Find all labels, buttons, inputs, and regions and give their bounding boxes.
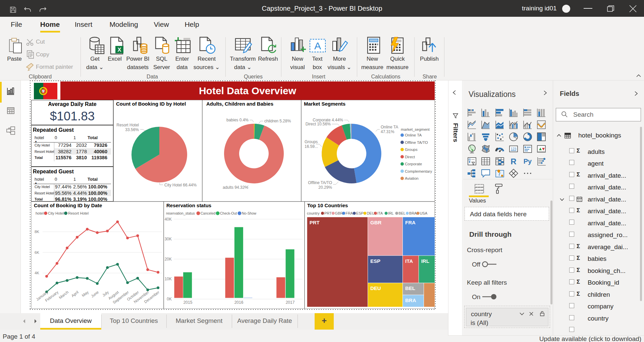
svg-text:GBR: GBR <box>335 211 343 215</box>
svg-text:market_segment: market_segment <box>401 127 430 131</box>
svg-text:30K: 30K <box>165 237 172 241</box>
svg-text:BRA: BRA <box>409 211 417 215</box>
svg-text:babies 0.4%: babies 0.4% <box>226 118 249 122</box>
svg-text:Online TA: Online TA <box>381 125 398 129</box>
svg-text:Canceled: Canceled <box>201 211 216 215</box>
svg-text:No-Show: No-Show <box>242 211 257 215</box>
svg-text:4K: 4K <box>35 271 39 275</box>
svg-text:BRA: BRA <box>405 297 416 303</box>
svg-text:Direct 10.56%: Direct 10.56% <box>306 122 331 126</box>
svg-text:BEL: BEL <box>405 285 415 291</box>
svg-text:47.31%: 47.31% <box>381 129 394 134</box>
svg-text:40K: 40K <box>165 217 172 222</box>
svg-text:Resort Hotel: Resort Hotel <box>68 211 89 215</box>
svg-text:20.29%: 20.29% <box>318 185 332 190</box>
svg-text:children 5.28%: children 5.28% <box>264 119 291 123</box>
svg-text:USA: USA <box>420 211 427 215</box>
svg-text:PRT: PRT <box>324 211 332 215</box>
svg-text:GBR: GBR <box>370 220 382 225</box>
svg-text:DEU: DEU <box>367 211 374 215</box>
svg-text:Direct: Direct <box>405 155 415 159</box>
svg-text:IRL: IRL <box>421 258 429 264</box>
svg-text:FRA: FRA <box>405 220 416 225</box>
svg-text:0K: 0K <box>167 297 172 301</box>
svg-text:FRA: FRA <box>345 211 353 215</box>
svg-text:8K: 8K <box>35 230 39 234</box>
svg-text:Adults, Children and Babies: Adults, Children and Babies <box>206 101 273 107</box>
svg-text:PRT: PRT <box>310 220 320 225</box>
svg-text:hotel: hotel <box>36 211 44 215</box>
svg-text:Complementary: Complementary <box>405 169 432 173</box>
svg-text:Aviation: Aviation <box>405 176 419 180</box>
svg-text:Corporate: Corporate <box>405 162 422 166</box>
svg-text:Count of Booking ID by Date: Count of Booking ID by Date <box>34 203 102 208</box>
svg-text:2017: 2017 <box>286 300 295 305</box>
svg-text:Offline TA/TO: Offline TA/TO <box>308 180 332 185</box>
svg-text:City Hotel 66.44%: City Hotel 66.44% <box>164 183 197 187</box>
svg-text:X: X <box>117 47 121 53</box>
svg-text:Count of Booking ID by Hotel: Count of Booking ID by Hotel <box>116 101 186 107</box>
svg-text:Check-Out: Check-Out <box>220 211 237 215</box>
svg-text:123: 123 <box>511 147 517 151</box>
svg-text:Offline TA/TO: Offline TA/TO <box>405 140 428 145</box>
svg-text:Top 10 Countries: Top 10 Countries <box>307 203 348 208</box>
svg-text:10K: 10K <box>165 277 172 281</box>
svg-text:20K: 20K <box>165 257 172 262</box>
svg-text:ESP: ESP <box>370 258 380 264</box>
svg-text:ESP: ESP <box>356 211 364 215</box>
svg-text:Groups: Groups <box>405 148 418 152</box>
svg-text:BEL: BEL <box>398 211 406 215</box>
svg-text:Reservation status: Reservation status <box>166 203 211 208</box>
svg-text:City Hotel: City Hotel <box>48 211 64 215</box>
svg-text:16.59...: 16.59... <box>305 144 318 149</box>
svg-text:reservation_status: reservation_status <box>166 211 195 215</box>
svg-text:A: A <box>314 40 321 51</box>
svg-text:Py: Py <box>524 158 532 165</box>
svg-text:33.56%: 33.56% <box>125 127 139 132</box>
svg-text:country: country <box>307 211 320 215</box>
svg-text:ITA: ITA <box>405 258 413 264</box>
svg-text:6K: 6K <box>35 250 39 254</box>
svg-text:Online TA: Online TA <box>405 133 422 137</box>
svg-text:Groups: Groups <box>305 139 318 144</box>
svg-text:Resort Hotel: Resort Hotel <box>116 123 139 127</box>
svg-text:2016: 2016 <box>234 300 244 305</box>
svg-text:Market Segments: Market Segments <box>304 101 345 107</box>
svg-text:2015: 2015 <box>183 300 193 305</box>
svg-text:ITA: ITA <box>377 211 383 215</box>
svg-text:R: R <box>511 157 516 166</box>
svg-text:IRL: IRL <box>388 211 394 215</box>
svg-text:DEU: DEU <box>370 285 381 291</box>
